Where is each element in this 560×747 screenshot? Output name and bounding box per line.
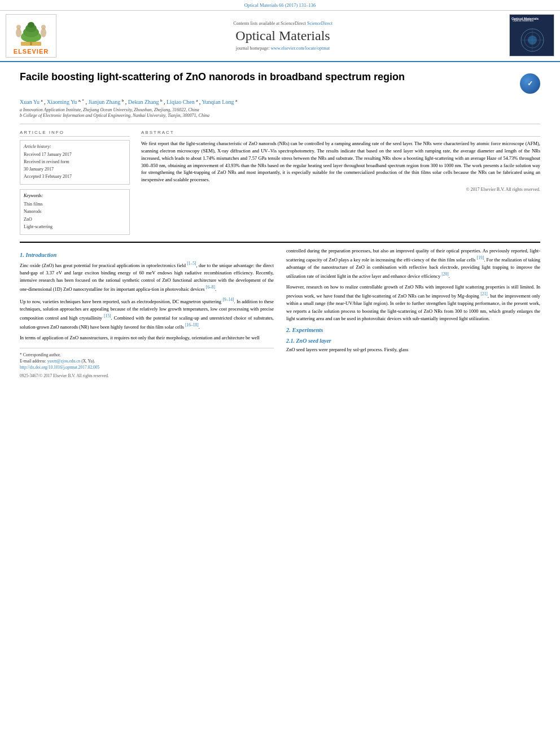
journal-homepage-link[interactable]: www.elsevier.com/locate/optmat bbox=[270, 46, 330, 51]
keyword-4: Light-scattering bbox=[24, 223, 126, 231]
keywords-box: Keywords: Thin films Nanorods ZnO Light-… bbox=[20, 189, 130, 235]
body-right-para-1: controlled during the preparation proces… bbox=[286, 247, 540, 280]
footnote-doi: http://dx.doi.org/10.1016/j.optmat.2017.… bbox=[20, 364, 274, 370]
svg-point-7 bbox=[41, 28, 46, 37]
body-right-column: controlled during the preparation proces… bbox=[286, 247, 540, 379]
accepted-date: Accepted 3 February 2017 bbox=[24, 173, 126, 181]
body-right-para-2: However, research on how to realize cont… bbox=[286, 283, 540, 322]
svg-point-5 bbox=[16, 28, 21, 37]
body-para-3: In terms of application of ZnO nanostruc… bbox=[20, 334, 274, 342]
affiliation-marker-a2: a, * bbox=[78, 98, 84, 103]
abstract-column: ABSTRACT We first report that the light-… bbox=[141, 130, 540, 235]
keyword-2: Nanorods bbox=[24, 208, 126, 216]
author-jianjun-zhang: Jianjun Zhang bbox=[88, 99, 120, 105]
ref-1-5: [1–5] bbox=[187, 261, 196, 266]
authors-line: Xuan Yu a , Xiaoming Yu a, * , Jianjun Z… bbox=[20, 98, 540, 105]
abstract-label: ABSTRACT bbox=[141, 130, 540, 137]
ref-21: [21] bbox=[480, 291, 488, 296]
affiliation-marker-a3: a bbox=[196, 98, 198, 103]
ref-6-8: [6–8] bbox=[206, 285, 215, 290]
body-right-para-3: ZnO seed layers were prepared by sol-gel… bbox=[286, 346, 540, 353]
divider-after-affiliations bbox=[20, 124, 540, 124]
copyright-line: © 2017 Elsevier B.V. All rights reserved… bbox=[141, 187, 540, 192]
svg-point-8 bbox=[41, 25, 46, 29]
ref-19: [19] bbox=[477, 255, 484, 260]
author-xuan-yu: Xuan Yu bbox=[20, 99, 40, 105]
footnote-corresponding: * Corresponding author. bbox=[20, 352, 274, 358]
journal-header: ELSEVIER Contents lists available at Sci… bbox=[0, 11, 560, 62]
crossmark-icon: ✓ bbox=[527, 80, 533, 88]
journal-title: Optical Materials bbox=[235, 28, 330, 43]
body-para-1: Zinc oxide (ZnO) has great potential for… bbox=[20, 260, 274, 293]
affiliation-marker-b1: b bbox=[122, 98, 124, 103]
svg-point-6 bbox=[16, 25, 21, 29]
article-info-label: ARTICLE INFO bbox=[20, 130, 130, 137]
author-yunqian-long: Yunqian Long bbox=[202, 99, 234, 105]
cover-title-text: Optical Materials bbox=[511, 17, 552, 21]
ref-20: [20] bbox=[441, 272, 449, 277]
elsevier-tree-icon bbox=[8, 17, 54, 48]
affiliation-marker-a4: a bbox=[235, 98, 237, 103]
body-divider bbox=[20, 242, 540, 243]
footnote-email: E-mail address: yuxm@zjou.edu.cn (X. Yu)… bbox=[20, 358, 274, 364]
elsevier-logo-container: ELSEVIER bbox=[6, 14, 56, 58]
footnotes-section: * Corresponding author. E-mail address: … bbox=[20, 348, 274, 379]
article-title-section: Facile boosting light-scattering of ZnO … bbox=[20, 71, 540, 94]
section1-heading: 1. Introduction bbox=[20, 252, 274, 258]
journal-cover-image: Optical Materials Optical Materials bbox=[509, 14, 554, 56]
journal-center-info: Contents lists available at ScienceDirec… bbox=[62, 14, 504, 58]
keyword-3: ZnO bbox=[24, 216, 126, 224]
body-left-column: 1. Introduction Zinc oxide (ZnO) has gre… bbox=[20, 247, 274, 379]
affiliation-marker-b2: b bbox=[160, 98, 163, 103]
svg-point-4 bbox=[28, 22, 34, 28]
main-content: Facile boosting light-scattering of ZnO … bbox=[0, 62, 560, 388]
ref-16-18: [16–18] bbox=[185, 322, 199, 327]
ref-9-14: [9–14] bbox=[222, 297, 234, 302]
sciencedirect-link[interactable]: ScienceDirect bbox=[307, 21, 333, 26]
author-xiaoming-yu: Xiaoming Yu bbox=[47, 99, 77, 105]
journal-reference-text: Optical Materials 66 (2017) 131–136 bbox=[244, 2, 316, 8]
journal-reference-bar: Optical Materials 66 (2017) 131–136 bbox=[0, 0, 560, 11]
journal-homepage-text: journal homepage: www.elsevier.com/locat… bbox=[236, 46, 330, 51]
affiliation-marker-a1: a bbox=[41, 98, 42, 103]
body-text-section: 1. Introduction Zinc oxide (ZnO) has gre… bbox=[20, 247, 540, 379]
author-liqiao-chen: Liqiao Chen bbox=[167, 99, 195, 105]
footnote-issn: 0925-3467/© 2017 Elsevier B.V. All right… bbox=[20, 373, 274, 379]
article-history-box: Article history: Received 17 January 201… bbox=[20, 140, 130, 184]
affiliation-b: b College of Electronic Information and … bbox=[20, 113, 540, 118]
received-revised-date: 30 January 2017 bbox=[24, 166, 126, 173]
received-revised-label: Received in revised form bbox=[24, 159, 126, 166]
crossmark-badge: ✓ bbox=[520, 73, 540, 94]
elsevier-brand-text: ELSEVIER bbox=[14, 48, 49, 55]
article-info-abstract-section: ARTICLE INFO Article history: Received 1… bbox=[20, 130, 540, 235]
history-label: Article history: bbox=[24, 144, 126, 149]
affiliation-a: a Innovation Application Institute, Zhej… bbox=[20, 107, 540, 112]
doi-link[interactable]: http://dx.doi.org/10.1016/j.optmat.2017.… bbox=[20, 365, 99, 370]
email-link[interactable]: yuxm@zjou.edu.cn bbox=[47, 359, 81, 364]
ref-15: [15] bbox=[104, 313, 111, 318]
abstract-text: We first report that the light-scatterin… bbox=[141, 140, 540, 184]
section2-heading: 2. Experiments bbox=[286, 327, 540, 333]
author-dekun-zhang: Dekun Zhang bbox=[128, 99, 159, 105]
sciencedirect-text: Contents lists available at ScienceDirec… bbox=[233, 21, 333, 26]
text-and: and bbox=[213, 335, 220, 340]
body-para-2: Up to now, varieties techniques have bee… bbox=[20, 296, 274, 331]
section2-sub-heading: 2.1. ZnO seed layer bbox=[286, 338, 540, 344]
keywords-label: Keywords: bbox=[24, 193, 126, 198]
article-title: Facile boosting light-scattering of ZnO … bbox=[20, 71, 514, 84]
received-date: Received 17 January 2017 bbox=[24, 151, 126, 159]
keyword-1: Thin films bbox=[24, 200, 126, 208]
article-info-column: ARTICLE INFO Article history: Received 1… bbox=[20, 130, 130, 235]
